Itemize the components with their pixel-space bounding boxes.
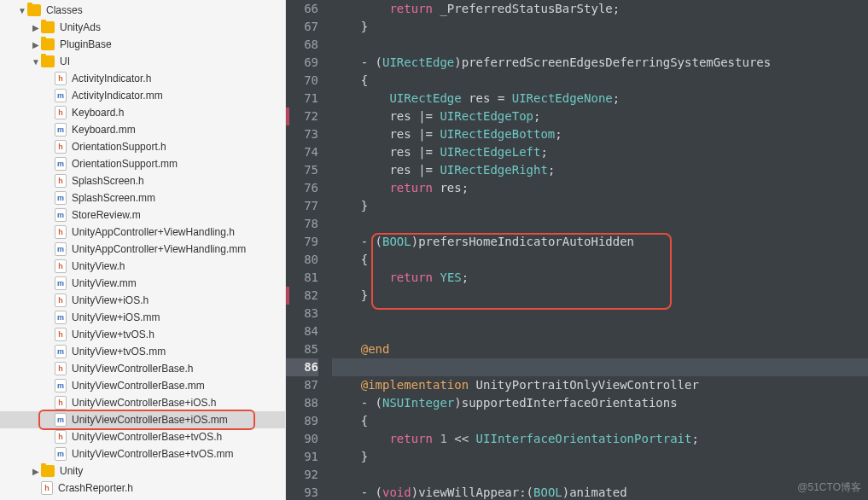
file-icon: h bbox=[55, 140, 67, 154]
tree-item[interactable]: hUnityViewControllerBase+iOS.h bbox=[0, 394, 285, 411]
code-line[interactable]: { bbox=[332, 412, 868, 430]
code-line[interactable] bbox=[332, 323, 868, 340]
file-icon: m bbox=[55, 191, 67, 205]
disclosure-triangle-icon[interactable]: ▶ bbox=[31, 23, 41, 32]
line-number: 74 bbox=[286, 143, 318, 161]
file-icon: h bbox=[55, 106, 67, 119]
code-line[interactable]: - (UIRectEdge)preferredScreenEdgesDeferr… bbox=[332, 54, 868, 72]
code-line[interactable]: } bbox=[332, 197, 868, 215]
line-number: 78 bbox=[286, 215, 318, 233]
line-number: 68 bbox=[286, 36, 318, 54]
tree-item[interactable]: mActivityIndicator.mm bbox=[0, 87, 285, 104]
tree-label: UnityViewControllerBase+iOS.mm bbox=[72, 414, 228, 426]
tree-item[interactable]: ▼UI bbox=[0, 53, 285, 70]
tree-item[interactable]: mUnityView+iOS.mm bbox=[0, 309, 285, 326]
line-number: 67 bbox=[286, 18, 318, 36]
line-number: 69 bbox=[286, 54, 318, 72]
file-icon: h bbox=[55, 362, 67, 375]
tree-label: SplashScreen.h bbox=[72, 175, 144, 187]
code-line[interactable]: { bbox=[332, 72, 868, 90]
code-line[interactable]: - (BOOL)prefersHomeIndicatorAutoHidden bbox=[332, 233, 868, 251]
code-line[interactable]: { bbox=[332, 251, 868, 269]
tree-item[interactable]: hSplashScreen.h bbox=[0, 172, 285, 189]
tree-item[interactable]: mUnityViewControllerBase.mm bbox=[0, 377, 285, 394]
tree-item[interactable]: hOrientationSupport.h bbox=[0, 138, 285, 155]
code-line[interactable]: return res; bbox=[332, 179, 868, 197]
tree-label: ActivityIndicator.mm bbox=[72, 90, 163, 102]
file-icon: m bbox=[55, 208, 67, 222]
code-line[interactable]: res |= UIRectEdgeLeft; bbox=[332, 143, 868, 161]
code-line[interactable]: } bbox=[332, 448, 868, 466]
code-line[interactable] bbox=[332, 466, 868, 484]
line-number: 92 bbox=[286, 466, 318, 484]
code-line[interactable] bbox=[332, 358, 868, 376]
tree-item[interactable]: hActivityIndicator.h bbox=[0, 70, 285, 87]
code-line[interactable]: return 1 << UIInterfaceOrientationPortra… bbox=[332, 430, 868, 448]
code-editor[interactable]: 6667686970717273747576777879808182838485… bbox=[286, 0, 868, 500]
line-number: 66 bbox=[286, 0, 318, 18]
tree-item[interactable]: hKeyboard.h bbox=[0, 104, 285, 121]
file-icon: m bbox=[55, 379, 67, 392]
tree-item[interactable]: hUnityView.h bbox=[0, 258, 285, 275]
file-icon: h bbox=[55, 294, 67, 307]
disclosure-triangle-icon[interactable]: ▶ bbox=[31, 40, 41, 49]
tree-item[interactable]: ▶UnityAds bbox=[0, 19, 285, 36]
code-line[interactable]: - (NSUInteger)supportedInterfaceOrientat… bbox=[332, 394, 868, 412]
tree-item[interactable]: mUnityView.mm bbox=[0, 275, 285, 292]
tree-label: Unity bbox=[60, 465, 83, 477]
folder-classes[interactable]: ▼ Classes bbox=[0, 2, 285, 19]
tree-item[interactable]: mUnityViewControllerBase+tvOS.mm bbox=[0, 445, 285, 462]
tree-label: OrientationSupport.h bbox=[72, 141, 166, 153]
code-line[interactable] bbox=[332, 36, 868, 54]
disclosure-triangle-icon[interactable]: ▶ bbox=[31, 467, 41, 476]
tree-label: UI bbox=[60, 55, 70, 67]
tree-label: SplashScreen.mm bbox=[72, 192, 155, 204]
tree-item[interactable]: ▶PluginBase bbox=[0, 36, 285, 53]
file-navigator[interactable]: ▼ Classes ▶UnityAds▶PluginBase▼UIhActivi… bbox=[0, 0, 286, 500]
tree-item[interactable]: hUnityViewControllerBase+tvOS.h bbox=[0, 428, 285, 445]
tree-item[interactable]: hUnityView+iOS.h bbox=[0, 292, 285, 309]
code-line[interactable]: @end bbox=[332, 340, 868, 358]
tree-item[interactable]: hUnityAppController+ViewHandling.h bbox=[0, 224, 285, 241]
tree-item[interactable]: hCrashReporter.h bbox=[0, 480, 285, 497]
code-area[interactable]: return _PreferredStatusBarStyle; } - (UI… bbox=[327, 0, 868, 500]
file-icon: h bbox=[55, 396, 67, 410]
folder-icon bbox=[41, 38, 55, 50]
code-line[interactable]: res |= UIRectEdgeBottom; bbox=[332, 125, 868, 143]
code-line[interactable]: } bbox=[332, 287, 868, 305]
code-line[interactable]: UIRectEdge res = UIRectEdgeNone; bbox=[332, 90, 868, 108]
code-line[interactable] bbox=[332, 305, 868, 323]
disclosure-triangle-icon[interactable]: ▼ bbox=[31, 57, 41, 67]
file-icon: h bbox=[41, 481, 53, 495]
tree-item[interactable]: mUnityView+tvOS.mm bbox=[0, 343, 285, 360]
tree-label: StoreReview.m bbox=[72, 209, 141, 221]
code-line[interactable]: } bbox=[332, 18, 868, 36]
tree-item[interactable]: mStoreReview.m bbox=[0, 206, 285, 224]
code-line[interactable]: return YES; bbox=[332, 269, 868, 287]
tree-item[interactable]: mOrientationSupport.mm bbox=[0, 155, 285, 172]
line-number: 85 bbox=[286, 340, 318, 358]
tree-item[interactable]: mKeyboard.mm bbox=[0, 121, 285, 138]
tree-item[interactable]: mUnityAppController+ViewHandling.mm bbox=[0, 241, 285, 258]
tree-item[interactable]: mUnityViewControllerBase+iOS.mm bbox=[0, 411, 285, 428]
code-line[interactable]: return _PreferredStatusBarStyle; bbox=[332, 0, 868, 18]
code-line[interactable]: res |= UIRectEdgeTop; bbox=[332, 108, 868, 125]
folder-icon bbox=[41, 465, 55, 477]
code-line[interactable]: res |= UIRectEdgeRight; bbox=[332, 161, 868, 179]
file-icon: m bbox=[55, 89, 67, 102]
disclosure-triangle-icon[interactable]: ▼ bbox=[17, 6, 27, 15]
line-number: 77 bbox=[286, 197, 318, 215]
file-icon: h bbox=[55, 259, 67, 273]
code-line[interactable]: @implementation UnityPortraitOnlyViewCon… bbox=[332, 376, 868, 394]
line-number: 86 bbox=[286, 358, 318, 376]
code-line[interactable] bbox=[332, 215, 868, 233]
tree-item[interactable]: hUnityViewControllerBase.h bbox=[0, 360, 285, 377]
file-icon: m bbox=[55, 276, 67, 290]
tree-label: PluginBase bbox=[60, 38, 112, 50]
tree-item[interactable]: hUnityView+tvOS.h bbox=[0, 326, 285, 343]
code-line[interactable]: - (void)viewWillAppear:(BOOL)animated bbox=[332, 484, 868, 500]
tree-label: ActivityIndicator.h bbox=[72, 73, 151, 84]
line-number: 83 bbox=[286, 305, 318, 323]
tree-item[interactable]: mSplashScreen.mm bbox=[0, 189, 285, 206]
tree-item[interactable]: ▶Unity bbox=[0, 462, 285, 480]
